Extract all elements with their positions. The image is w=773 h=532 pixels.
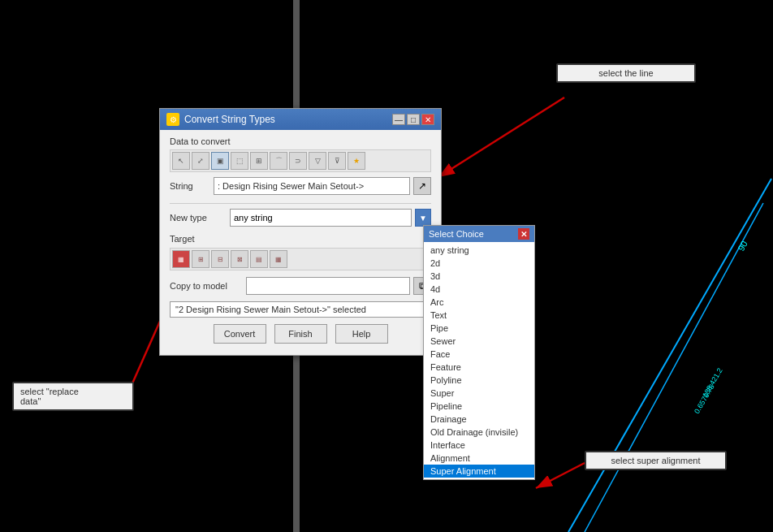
new-type-input[interactable]: [230, 209, 412, 227]
target-section: Target ▦ ⊞ ⊟ ⊠ ▤ ▦: [170, 233, 431, 270]
help-button[interactable]: Help: [335, 324, 388, 344]
convert-button[interactable]: Convert: [214, 324, 266, 344]
target-btn4[interactable]: ⊠: [231, 250, 248, 268]
choice-item-super[interactable]: Super: [424, 387, 534, 400]
choice-item-drainage[interactable]: Drainage: [424, 413, 534, 426]
target-btn2[interactable]: ⊞: [192, 250, 209, 268]
choice-item-3d[interactable]: 3d: [424, 270, 534, 283]
titlebar-left: ⚙ Convert String Types: [166, 113, 275, 126]
dialog-titlebar: ⚙ Convert String Types — □ ✕: [160, 109, 441, 130]
star-tool[interactable]: ★: [348, 152, 365, 170]
dialog-footer: Convert Finish Help: [170, 324, 431, 347]
dialog-icon: ⚙: [166, 113, 179, 126]
target-btn5[interactable]: ▤: [250, 250, 268, 268]
choice-list: any string2d3d4dArcTextPipeSewerFaceFeat…: [424, 242, 534, 479]
annotation-select-line: select the line: [556, 63, 696, 83]
copy-to-model-label: Copy to model: [170, 281, 243, 291]
select-choice-title: Select Choice: [429, 229, 484, 239]
new-type-dropdown-btn[interactable]: ▼: [415, 209, 431, 227]
shape1-tool[interactable]: ⌒: [270, 152, 287, 170]
choice-item-old-drainage-(invisile)[interactable]: Old Drainage (invisile): [424, 426, 534, 439]
choice-item-feature[interactable]: Feature: [424, 361, 534, 374]
finish-button[interactable]: Finish: [274, 324, 327, 344]
choice-item-face[interactable]: Face: [424, 348, 534, 361]
copy-to-model-input[interactable]: [246, 277, 410, 295]
choice-item-sewer[interactable]: Sewer: [424, 335, 534, 348]
close-button[interactable]: ✕: [421, 114, 434, 125]
choice-item-polyline[interactable]: Polyline: [424, 374, 534, 387]
new-type-label: New type: [170, 213, 227, 223]
titlebar-controls: — □ ✕: [392, 114, 434, 125]
select-choice-close-button[interactable]: ✕: [518, 228, 529, 240]
choice-item-2d[interactable]: 2d: [424, 257, 534, 270]
target-btn3[interactable]: ⊟: [211, 250, 229, 268]
convert-string-dialog: ⚙ Convert String Types — □ ✕ Data to con…: [159, 108, 442, 356]
choice-item-pipe[interactable]: Pipe: [424, 322, 534, 335]
minimize-button[interactable]: —: [392, 114, 405, 125]
choice-item-super-alignment[interactable]: Super Alignment: [424, 465, 534, 478]
choice-item-4d[interactable]: 4d: [424, 283, 534, 296]
new-type-row: New type ▼: [170, 209, 431, 227]
choice-item-interface[interactable]: Interface: [424, 439, 534, 452]
choice-item-text[interactable]: Text: [424, 309, 534, 322]
choice-item-arc[interactable]: Arc: [424, 296, 534, 309]
choice-item-alignment[interactable]: Alignment: [424, 452, 534, 465]
string-label: String: [170, 181, 210, 191]
svg-line-2: [585, 203, 763, 532]
separator1: [170, 203, 431, 204]
target-btn6[interactable]: ▦: [270, 250, 287, 268]
shape2-tool[interactable]: ⊃: [289, 152, 307, 170]
funnel-tool[interactable]: ⊽: [328, 152, 346, 170]
select-choice-header: Select Choice ✕: [424, 226, 534, 242]
cursor-tool[interactable]: ↖: [172, 152, 190, 170]
maximize-button[interactable]: □: [407, 114, 420, 125]
select-choice-dialog: Select Choice ✕ any string2d3d4dArcTextP…: [423, 225, 535, 480]
dotted-cursor-tool[interactable]: ⤢: [192, 152, 209, 170]
annotation-select-super-alignment: select super alignment: [585, 451, 727, 470]
string-browse-btn[interactable]: ↗: [413, 177, 431, 195]
target-label: Target: [170, 234, 195, 244]
shape3-tool[interactable]: ▽: [309, 152, 326, 170]
string-input[interactable]: [214, 177, 410, 195]
copy-to-model-row: Copy to model ⧉: [170, 277, 431, 295]
status-bar: "2 Design Rising Sewer Main Setout->" se…: [170, 301, 431, 318]
annotation-replace-data: select "replacedata": [12, 382, 134, 411]
svg-line-1: [568, 179, 771, 532]
rect-select-tool[interactable]: ▣: [211, 152, 229, 170]
data-toolbar: ↖ ⤢ ▣ ⬚ ⊞ ⌒ ⊃ ▽ ⊽ ★: [170, 149, 431, 172]
string-row: String ↗: [170, 177, 431, 195]
dialog-body: Data to convert ↖ ⤢ ▣ ⬚ ⊞ ⌒ ⊃ ▽ ⊽ ★ Stri…: [160, 130, 441, 355]
data-to-convert-label: Data to convert: [170, 136, 431, 146]
lasso-select-tool[interactable]: ⬚: [231, 152, 248, 170]
target-btn1[interactable]: ▦: [172, 250, 190, 268]
choice-item-pipeline[interactable]: Pipeline: [424, 400, 534, 413]
choice-item-any-string[interactable]: any string: [424, 244, 534, 257]
target-toolbar: ▦ ⊞ ⊟ ⊠ ▤ ▦: [170, 248, 431, 270]
dialog-title: Convert String Types: [184, 114, 275, 125]
move-tool[interactable]: ⊞: [250, 152, 268, 170]
